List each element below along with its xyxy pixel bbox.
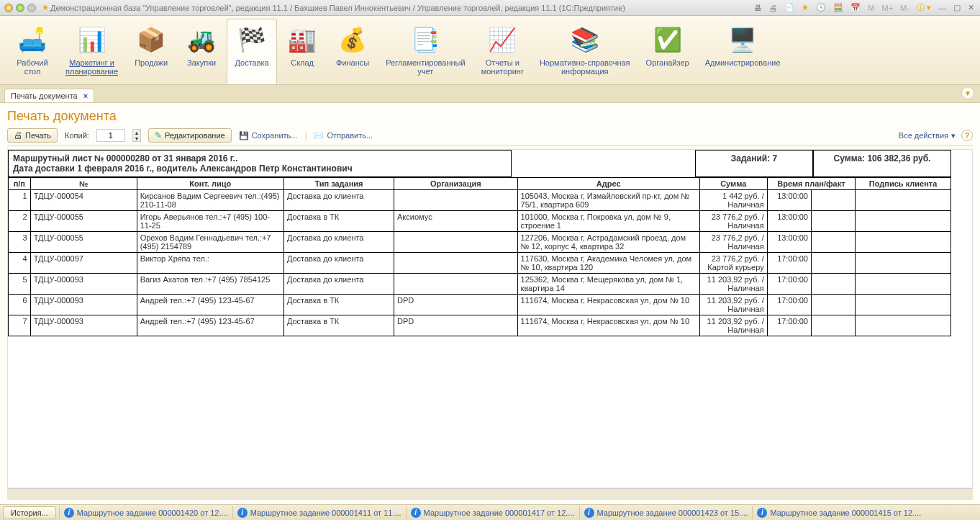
send-button[interactable]: ✉️ Отправить...: [314, 131, 373, 140]
section-icon: 📊: [75, 22, 109, 57]
cell: [811, 315, 855, 336]
window-titlebar: ★ Демонстрационная база "Управление торг…: [0, 0, 980, 16]
m-plus-icon[interactable]: M+: [881, 4, 895, 12]
statusbar-item[interactable]: iМаршрутное задание 000001420 от 12....: [59, 506, 232, 519]
m-minus-icon[interactable]: M: [866, 4, 876, 12]
app-dot-icon[interactable]: [16, 4, 24, 12]
table-header-row: п/п № Конт. лицо Тип задания Организация…: [9, 178, 951, 190]
doc-icon[interactable]: 📄: [783, 3, 796, 12]
tab-close-icon[interactable]: ×: [83, 91, 88, 100]
section-icon: 💰: [335, 22, 370, 57]
section-отчеты и[interactable]: 📈Отчеты имониторинг: [473, 19, 532, 84]
app-menu-icon[interactable]: [4, 4, 13, 12]
section-маркетинг и[interactable]: 📊Маркетинг ипланирование: [58, 19, 126, 84]
cell: [811, 211, 855, 232]
edit-button[interactable]: ✎ Редактирование: [148, 128, 232, 143]
section-icon: 🛋️: [15, 22, 50, 57]
col-sum: Сумма: [699, 178, 767, 190]
table-row[interactable]: 1ТДЦУ-000054Кирсанов Вадим Сергеевич тел…: [9, 190, 951, 211]
cell: [394, 274, 518, 295]
cell: 3: [9, 232, 31, 253]
help-icon[interactable]: ?: [961, 130, 973, 141]
doc-title-box: Маршрутный лист № 000000280 от 31 января…: [8, 150, 512, 177]
close-icon[interactable]: ✕: [966, 3, 976, 12]
star-icon[interactable]: ★: [40, 3, 50, 12]
section-рабочий[interactable]: 🛋️Рабочийстол: [7, 19, 58, 84]
table-row[interactable]: 2ТДЦУ-000055Игорь Аверьянов тел.:+7 (495…: [9, 211, 951, 232]
table-row[interactable]: 3ТДЦУ-000055Орехов Вадим Геннадьевич тел…: [9, 232, 951, 253]
statusbar-item[interactable]: iМаршрутное задание 000001417 от 12....: [406, 506, 579, 519]
maximize-icon[interactable]: ▢: [952, 3, 962, 12]
chevron-down-icon: ▾: [951, 131, 956, 140]
favorites-icon[interactable]: ★: [800, 3, 810, 12]
cell: 1 442 руб. /Наличная: [699, 190, 767, 211]
minimize-icon[interactable]: —: [937, 4, 948, 12]
cell: 1: [9, 190, 31, 211]
section-органайзер[interactable]: ✅Органайзер: [638, 19, 697, 84]
statusbar-item[interactable]: iМаршрутное задание 000001423 от 15....: [579, 506, 753, 519]
section-администрирование[interactable]: 🖥️Администрирование: [697, 19, 789, 84]
table-row[interactable]: 7ТДЦУ-000093Андрей тел.:+7 (495) 123-45-…: [9, 315, 951, 336]
cell: 2: [9, 211, 31, 232]
spin-down-icon[interactable]: ▼: [133, 135, 140, 141]
calendar-icon[interactable]: 📅: [849, 3, 862, 12]
statusbar-item-label: Маршрутное задание 000001417 от 12....: [424, 508, 575, 517]
section-продажи[interactable]: 📦Продажи: [126, 19, 176, 84]
app-dot2-icon[interactable]: [27, 4, 36, 12]
print-button[interactable]: 🖨 Печать: [7, 128, 58, 143]
spin-up-icon[interactable]: ▲: [133, 130, 140, 135]
section-склад[interactable]: 🏭Склад: [277, 19, 327, 84]
all-actions-button[interactable]: Все действия ▾: [899, 131, 956, 140]
calculator-icon[interactable]: 🧮: [832, 3, 845, 12]
cell: 13:00:00: [767, 190, 811, 211]
m-minus2-icon[interactable]: M-: [899, 4, 911, 12]
cell: Андрей тел.:+7 (495) 123-45-67: [137, 315, 283, 336]
copies-spinner[interactable]: ▲▼: [132, 129, 141, 142]
content-area: Печать документа 🖨 Печать Копий: ▲▼ ✎ Ре…: [0, 102, 980, 504]
cell: ТДЦУ-000055: [30, 232, 137, 253]
table-row[interactable]: 5ТДЦУ-000093Вагиз Ахатов тел.:+7 (495) 7…: [9, 274, 951, 295]
statusbar-item[interactable]: iМаршрутное задание 000001411 от 11....: [232, 506, 406, 519]
section-закупки[interactable]: 🚜Закупки: [176, 19, 227, 84]
cell: ТДЦУ-000054: [30, 190, 137, 211]
copies-input[interactable]: [96, 129, 125, 142]
info-icon[interactable]: ⓘ ▾: [915, 2, 933, 13]
table-row[interactable]: 6ТДЦУ-000093Андрей тел.:+7 (495) 123-45-…: [9, 295, 951, 315]
col-addr: Адрес: [517, 178, 699, 190]
table-row[interactable]: 4ТДЦУ-000097Виктор Хряпа тел.:Доставка д…: [9, 253, 951, 274]
cell: [394, 253, 518, 274]
cell: 111674, Москва г, Некрасовская ул, дом №…: [517, 295, 699, 315]
horizontal-scrollbar[interactable]: [7, 488, 973, 500]
save-button[interactable]: 💾 Сохранить...: [239, 131, 298, 140]
statusbar-item[interactable]: iМаршрутное задание 000001415 от 12....: [752, 506, 925, 519]
section-финансы[interactable]: 💰Финансы: [327, 19, 378, 84]
col-pp: п/п: [9, 178, 31, 190]
history-icon[interactable]: 🕓: [815, 3, 827, 12]
cell: Орехов Вадим Геннадьевич тел.:+7 (495) 2…: [137, 232, 283, 253]
statusbar-item-label: Маршрутное задание 000001423 от 15....: [597, 508, 748, 517]
cell: Доставка до клиента: [283, 232, 394, 253]
cell: [856, 295, 951, 315]
cell: 23 776,2 руб. /Наличная: [699, 232, 767, 253]
section-icon: 🏁: [235, 22, 269, 57]
tab-print-document[interactable]: Печать документа ×: [4, 89, 94, 102]
print-icon[interactable]: 🖶: [753, 4, 763, 12]
section-label: Отчеты имониторинг: [481, 58, 524, 76]
section-доставка[interactable]: 🏁Доставка: [227, 19, 277, 84]
save-button-label: Сохранить...: [252, 131, 298, 140]
section-label: Склад: [285, 58, 319, 67]
edit-icon: ✎: [155, 130, 162, 140]
cell: [394, 232, 518, 253]
cell: DPD: [394, 295, 518, 315]
col-org: Организация: [394, 178, 518, 190]
cell: Аксиомус: [394, 211, 518, 232]
col-contact: Конт. лицо: [137, 178, 283, 190]
section-нормативно-справочная[interactable]: 📚Нормативно-справочнаяинформация: [532, 19, 638, 84]
collapse-panel-icon[interactable]: ▼: [961, 86, 974, 99]
document-area[interactable]: Маршрутный лист № 000000280 от 31 января…: [7, 149, 973, 488]
section-регламентированный[interactable]: 📑Регламентированныйучет: [378, 19, 473, 84]
cell: 11 203,92 руб. /Наличная: [699, 295, 767, 315]
printer-icon[interactable]: 🖨: [768, 4, 779, 12]
section-label: Органайзер: [646, 58, 689, 67]
history-button[interactable]: История...: [3, 506, 56, 519]
